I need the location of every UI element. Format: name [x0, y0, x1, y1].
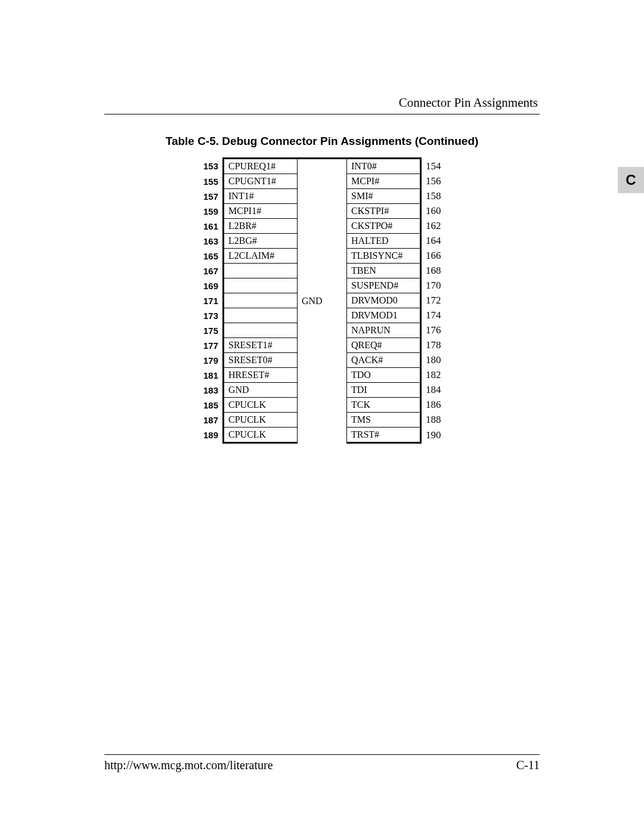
pin-number-right: 164: [421, 234, 452, 249]
pin-number-right: 174: [421, 308, 452, 323]
pin-number-right: 178: [421, 338, 452, 353]
signal-right: INT0#: [347, 159, 421, 174]
signal-left: CPUREQ1#: [224, 159, 298, 174]
signal-left: [224, 323, 298, 338]
signal-left: CPUGNT1#: [224, 174, 298, 189]
header-rule: [104, 114, 540, 114]
signal-right: QACK#: [347, 353, 421, 368]
signal-left: INT1#: [224, 189, 298, 204]
signal-right: QREQ#: [347, 338, 421, 353]
table-caption: Table C-5. Debug Connector Pin Assignmen…: [104, 135, 540, 148]
signal-left: HRESET#: [224, 368, 298, 383]
center-gnd-cell: GND: [298, 159, 347, 443]
pin-number-right: 154: [421, 159, 452, 174]
signal-left: MCPI1#: [224, 204, 298, 219]
signal-right: HALTED: [347, 234, 421, 249]
signal-left: L2BR#: [224, 219, 298, 234]
pin-number-right: 188: [421, 413, 452, 428]
pin-number-left: 177: [193, 338, 224, 353]
signal-right: DRVMOD1: [347, 308, 421, 323]
pin-number-right: 186: [421, 398, 452, 413]
signal-right: NAPRUN: [347, 323, 421, 338]
signal-right: TDI: [347, 383, 421, 398]
pin-number-left: 159: [193, 204, 224, 219]
table-row: 153CPUREQ1#GNDINT0#154: [193, 159, 451, 174]
pin-number-left: 167: [193, 264, 224, 278]
signal-right: CKSTPI#: [347, 204, 421, 219]
signal-left: CPUCLK: [224, 413, 298, 428]
pin-number-right: 180: [421, 353, 452, 368]
pin-assignment-table: 153CPUREQ1#GNDINT0#154155CPUGNT1#MCPI#15…: [193, 157, 451, 444]
pin-number-left: 157: [193, 189, 224, 204]
pin-number-right: 168: [421, 264, 452, 278]
pin-number-right: 158: [421, 189, 452, 204]
footer-page-number: C-11: [516, 758, 540, 772]
pin-number-left: 165: [193, 249, 224, 264]
pin-number-left: 153: [193, 159, 224, 174]
pin-number-right: 170: [421, 278, 452, 293]
pin-number-left: 185: [193, 398, 224, 413]
signal-left: [224, 278, 298, 293]
signal-right: CKSTPO#: [347, 219, 421, 234]
pin-number-left: 183: [193, 383, 224, 398]
pin-number-left: 161: [193, 219, 224, 234]
signal-right: TMS: [347, 413, 421, 428]
pin-number-left: 187: [193, 413, 224, 428]
signal-left: [224, 308, 298, 323]
signal-right: TRST#: [347, 428, 421, 443]
signal-right: DRVMOD0: [347, 293, 421, 308]
section-tab: C: [618, 167, 644, 193]
signal-left: L2BG#: [224, 234, 298, 249]
pin-number-left: 155: [193, 174, 224, 189]
footer-url: http://www.mcg.mot.com/literature: [104, 758, 273, 772]
header-title: Connector Pin Assignments: [399, 95, 538, 110]
pin-number-left: 189: [193, 428, 224, 443]
pin-number-right: 156: [421, 174, 452, 189]
signal-left: CPUCLK: [224, 398, 298, 413]
signal-right: TBEN: [347, 264, 421, 278]
signal-right: SUSPEND#: [347, 278, 421, 293]
pin-number-left: 163: [193, 234, 224, 249]
pin-number-right: 172: [421, 293, 452, 308]
pin-number-right: 166: [421, 249, 452, 264]
signal-left: SRESET0#: [224, 353, 298, 368]
running-header: Connector Pin Assignments: [104, 95, 540, 114]
pin-number-right: 184: [421, 383, 452, 398]
footer-rule: [104, 754, 540, 755]
signal-left: L2CLAIM#: [224, 249, 298, 264]
pin-number-right: 162: [421, 219, 452, 234]
signal-left: [224, 264, 298, 278]
pin-number-right: 176: [421, 323, 452, 338]
signal-right: TDO: [347, 368, 421, 383]
signal-left: GND: [224, 383, 298, 398]
signal-left: SRESET1#: [224, 338, 298, 353]
signal-right: TLBISYNC#: [347, 249, 421, 264]
signal-left: [224, 293, 298, 308]
pin-number-left: 179: [193, 353, 224, 368]
pin-number-left: 175: [193, 323, 224, 338]
pin-number-right: 182: [421, 368, 452, 383]
signal-left: CPUCLK: [224, 428, 298, 443]
pin-number-left: 173: [193, 308, 224, 323]
pin-number-right: 190: [421, 428, 452, 443]
pin-number-left: 171: [193, 293, 224, 308]
signal-right: TCK: [347, 398, 421, 413]
pin-number-left: 181: [193, 368, 224, 383]
pin-number-right: 160: [421, 204, 452, 219]
signal-right: SMI#: [347, 189, 421, 204]
page-footer: http://www.mcg.mot.com/literature C-11: [104, 754, 540, 772]
pin-number-left: 169: [193, 278, 224, 293]
table-wrapper: 153CPUREQ1#GNDINT0#154155CPUGNT1#MCPI#15…: [104, 157, 540, 444]
signal-right: MCPI#: [347, 174, 421, 189]
page: Connector Pin Assignments C Table C-5. D…: [0, 0, 644, 833]
